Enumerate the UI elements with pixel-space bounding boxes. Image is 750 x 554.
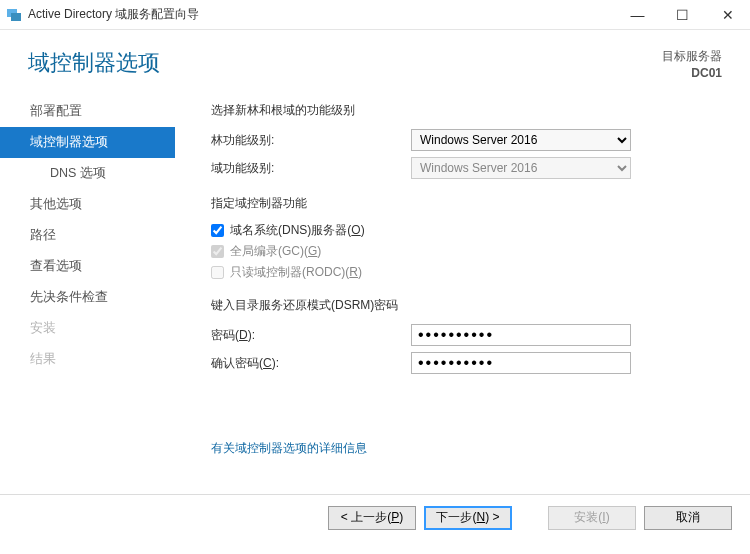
window-title: Active Directory 域服务配置向导 [28, 6, 615, 23]
nav-item-7: 安装 [0, 313, 175, 344]
nav-item-8: 结果 [0, 344, 175, 375]
nav-item-4[interactable]: 路径 [0, 220, 175, 251]
content-pane: 选择新林和根域的功能级别 林功能级别: Windows Server 2016 … [175, 84, 750, 494]
previous-button[interactable]: < 上一步(P) [328, 506, 416, 530]
domain-level-combo[interactable]: Windows Server 2016 [411, 157, 631, 179]
confirm-password-label: 确认密码(C): [211, 355, 411, 372]
nav-item-1[interactable]: 域控制器选项 [0, 127, 175, 158]
dns-checkbox-row[interactable]: 域名系统(DNS)服务器(O) [211, 222, 722, 239]
dsrm-heading: 键入目录服务还原模式(DSRM)密码 [211, 297, 722, 314]
dns-checkbox[interactable] [211, 224, 224, 237]
forest-level-label: 林功能级别: [211, 132, 411, 149]
cancel-button[interactable]: 取消 [644, 506, 732, 530]
page-title: 域控制器选项 [28, 48, 722, 78]
header: 域控制器选项 目标服务器 DC01 [0, 30, 750, 84]
minimize-button[interactable]: — [615, 0, 660, 30]
functional-level-heading: 选择新林和根域的功能级别 [211, 102, 722, 119]
gc-checkbox-row: 全局编录(GC)(G) [211, 243, 722, 260]
rodc-checkbox [211, 266, 224, 279]
next-button[interactable]: 下一步(N) > [424, 506, 512, 530]
footer: < 上一步(P) 下一步(N) > 安装(I) 取消 [0, 494, 750, 540]
maximize-button[interactable]: ☐ [660, 0, 705, 30]
install-button: 安装(I) [548, 506, 636, 530]
wizard-nav: 部署配置域控制器选项DNS 选项其他选项路径查看选项先决条件检查安装结果 [0, 84, 175, 494]
password-field[interactable] [411, 324, 631, 346]
app-icon [6, 7, 22, 23]
close-button[interactable]: ✕ [705, 0, 750, 30]
rodc-checkbox-label: 只读域控制器(RODC)(R) [230, 264, 362, 281]
password-label: 密码(D): [211, 327, 411, 344]
window-buttons: — ☐ ✕ [615, 0, 750, 30]
capabilities-heading: 指定域控制器功能 [211, 195, 722, 212]
more-info-link[interactable]: 有关域控制器选项的详细信息 [211, 440, 367, 457]
domain-level-label: 域功能级别: [211, 160, 411, 177]
dns-checkbox-label: 域名系统(DNS)服务器(O) [230, 222, 365, 239]
svg-rect-1 [11, 13, 21, 21]
gc-checkbox [211, 245, 224, 258]
target-server-block: 目标服务器 DC01 [662, 48, 722, 82]
target-server-label: 目标服务器 [662, 48, 722, 65]
forest-level-combo[interactable]: Windows Server 2016 [411, 129, 631, 151]
gc-checkbox-label: 全局编录(GC)(G) [230, 243, 321, 260]
nav-item-2[interactable]: DNS 选项 [0, 158, 175, 189]
titlebar: Active Directory 域服务配置向导 — ☐ ✕ [0, 0, 750, 30]
rodc-checkbox-row: 只读域控制器(RODC)(R) [211, 264, 722, 281]
nav-item-3[interactable]: 其他选项 [0, 189, 175, 220]
nav-item-5[interactable]: 查看选项 [0, 251, 175, 282]
nav-item-0[interactable]: 部署配置 [0, 96, 175, 127]
nav-item-6[interactable]: 先决条件检查 [0, 282, 175, 313]
confirm-password-field[interactable] [411, 352, 631, 374]
target-server-value: DC01 [662, 65, 722, 82]
